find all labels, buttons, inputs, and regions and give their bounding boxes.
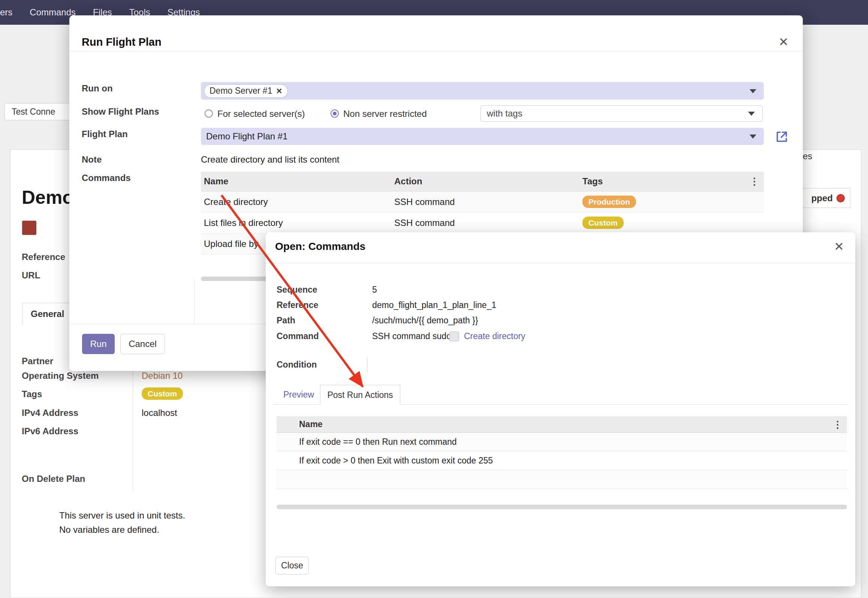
table-row[interactable]: If exit code > 0 then Exit with custom e… <box>277 451 847 470</box>
open-commands-dialog: Open: Commands ✕ Sequence 5 Reference de… <box>266 232 855 586</box>
path-value: /such/much/{{ demo_path }} <box>372 315 478 326</box>
header-divider <box>69 51 803 51</box>
reference-label: Reference <box>277 300 318 310</box>
panel-border <box>194 280 195 324</box>
test-connection-button[interactable]: Test Conne <box>4 103 76 120</box>
partner-label: Partner <box>22 356 53 366</box>
run-dialog-title: Run Flight Plan <box>82 36 162 48</box>
cell-name: Create directory <box>201 197 391 207</box>
condition-label: Condition <box>277 360 317 370</box>
chevron-down-icon[interactable] <box>750 89 756 93</box>
run-button[interactable]: Run <box>82 334 115 354</box>
cell-name: List files in directory <box>201 218 391 228</box>
header-divider <box>266 263 855 263</box>
table-header-row: Name ⋮ <box>277 416 847 433</box>
ipv6-label: IPv6 Address <box>22 426 78 437</box>
table-row[interactable]: If exit code == 0 then Run next command <box>277 433 847 451</box>
note-label: Note <box>82 154 102 165</box>
show-flight-plans-label: Show Flight Plans <box>82 106 159 117</box>
close-icon[interactable]: ✕ <box>778 36 789 48</box>
ipv4-value: localhost <box>142 408 177 418</box>
server-tag-chip: Demo Server #1 ✕ <box>204 84 288 98</box>
create-directory-checkbox[interactable] <box>449 332 459 341</box>
os-value[interactable]: Debian 10 <box>142 371 183 381</box>
horizontal-scrollbar[interactable] <box>277 505 847 509</box>
cell-tags: Production <box>579 196 764 208</box>
command-label: Command <box>277 331 319 341</box>
tags-label: Tags <box>22 389 42 399</box>
table-row-empty <box>277 470 847 489</box>
cell-name: If exit code == 0 then Run next command <box>299 437 847 447</box>
table-row[interactable]: List files in directory SSH command Cust… <box>201 212 764 233</box>
note-value: Create directory and list its content <box>201 154 340 165</box>
variables-note: No variables are defined. <box>59 525 159 535</box>
cancel-button[interactable]: Cancel <box>120 334 165 354</box>
os-label: Operating System <box>22 371 99 381</box>
radio-for-selected-servers-label[interactable]: For selected server(s) <box>217 109 305 119</box>
sequence-value: 5 <box>372 285 377 295</box>
flight-plan-label: Flight Plan <box>82 129 128 139</box>
radio-non-server-restricted[interactable] <box>331 109 339 118</box>
reference-label: Reference <box>22 252 65 262</box>
with-tags-select[interactable]: with tags <box>480 105 763 122</box>
form-column-separator <box>133 354 133 491</box>
flight-plan-field[interactable]: Demo Flight Plan #1 <box>201 128 764 145</box>
tab-post-run-actions[interactable]: Post Run Actions <box>320 385 400 405</box>
custom-badge: Custom <box>582 217 624 229</box>
close-button[interactable]: Close <box>275 557 309 574</box>
external-link-icon[interactable] <box>775 130 789 144</box>
cell-action: SSH command <box>391 218 579 228</box>
cell-tags: Custom <box>579 217 764 229</box>
kebab-menu-icon[interactable]: ⋮ <box>833 420 843 429</box>
command-value: SSH command sudo <box>372 331 451 341</box>
cell-action: SSH command <box>391 197 579 207</box>
url-label: URL <box>22 270 40 281</box>
radio-non-server-restricted-label[interactable]: Non server restricted <box>343 109 427 119</box>
create-directory-link[interactable]: Create directory <box>464 331 525 341</box>
kebab-menu-icon[interactable]: ⋮ <box>747 176 759 186</box>
unit-test-note: This server is used in unit tests. <box>59 510 185 521</box>
with-tags-placeholder: with tags <box>487 108 522 119</box>
run-on-field[interactable]: Demo Server #1 ✕ <box>201 82 764 100</box>
status-dot-icon <box>837 194 845 202</box>
nav-item-servers[interactable]: vers <box>0 7 12 18</box>
col-action: Action <box>391 176 579 187</box>
color-swatch[interactable] <box>22 221 36 235</box>
run-on-label: Run on <box>82 83 113 94</box>
col-name: Name <box>201 176 391 187</box>
ipv4-label: IPv4 Address <box>22 408 78 418</box>
server-tag-label: Demo Server #1 <box>210 86 272 96</box>
condition-field-border <box>367 357 367 372</box>
chevron-down-icon[interactable] <box>748 112 755 116</box>
path-label: Path <box>277 315 295 326</box>
table-header-row: Name Action Tags ⋮ <box>201 172 764 191</box>
production-badge: Production <box>582 196 636 208</box>
notes-fragment: es <box>803 151 812 161</box>
col-tags: Tags <box>579 176 764 187</box>
nav-item-commands[interactable]: Commands <box>30 7 76 18</box>
table-row[interactable]: Create directory SSH command Production <box>201 191 764 212</box>
commands-dialog-title: Open: Commands <box>275 241 365 253</box>
sequence-label: Sequence <box>277 285 317 295</box>
radio-for-selected-servers[interactable] <box>205 109 213 118</box>
screen: vers Commands Files Tools Settings Test … <box>0 0 868 598</box>
custom-badge: Custom <box>142 387 183 400</box>
chevron-down-icon[interactable] <box>750 135 756 139</box>
on-delete-plan-label: On Delete Plan <box>22 474 85 484</box>
tags-value-badge: Custom <box>142 387 183 400</box>
commands-label: Commands <box>82 173 131 183</box>
cell-name: If exit code > 0 then Exit with custom e… <box>299 456 847 466</box>
close-icon[interactable]: ✕ <box>834 241 844 253</box>
remove-tag-icon[interactable]: ✕ <box>276 87 282 96</box>
reference-value: demo_flight_plan_1_plan_line_1 <box>372 300 496 310</box>
status-label: pped <box>811 193 833 203</box>
status-widget[interactable]: pped <box>797 188 850 208</box>
col-name: Name <box>299 419 847 429</box>
server-title: Demo <box>22 187 74 208</box>
tab-preview[interactable]: Preview <box>283 390 314 400</box>
post-run-actions-table: Name ⋮ If exit code == 0 then Run next c… <box>277 416 847 489</box>
flight-plan-value: Demo Flight Plan #1 <box>206 131 287 142</box>
